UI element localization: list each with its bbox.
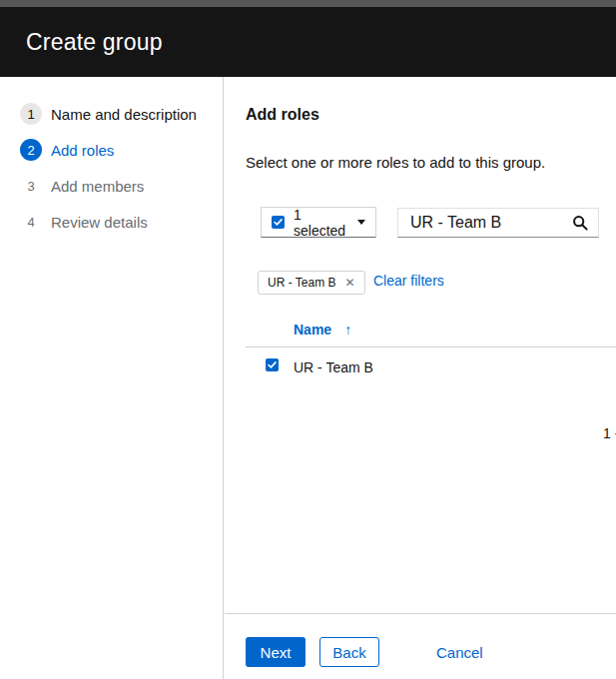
- table-column-header-name[interactable]: Name ↑: [294, 322, 351, 338]
- column-label: Name: [294, 322, 331, 338]
- wizard-header: Create group: [0, 7, 616, 77]
- search-input[interactable]: [398, 214, 572, 232]
- step-label: Add roles: [51, 142, 114, 159]
- roles-filter-search: [397, 208, 599, 238]
- row-select-checkbox[interactable]: [266, 358, 279, 371]
- wizard-step-add-members[interactable]: 3 Add members: [0, 168, 223, 204]
- step-number-badge: 1: [20, 103, 42, 125]
- sort-ascending-icon: ↑: [344, 322, 351, 338]
- step-number-badge: 3: [20, 175, 42, 197]
- filter-chip-label: UR - Team B: [268, 276, 335, 290]
- search-button[interactable]: [572, 215, 598, 231]
- chevron-down-icon: [357, 220, 365, 225]
- wizard-step-nav: 1 Name and description 2 Add roles 3 Add…: [0, 77, 224, 679]
- check-icon: [268, 361, 277, 368]
- role-row-name: UR - Team B: [294, 359, 373, 375]
- bulk-select-label: 1 selected: [294, 207, 348, 239]
- wizard-title: Create group: [26, 29, 163, 56]
- wizard-step-add-roles[interactable]: 2 Add roles: [0, 132, 223, 168]
- page-description: Select one or more roles to add to this …: [246, 154, 545, 171]
- wizard-step-name-and-description[interactable]: 1 Name and description: [0, 96, 223, 132]
- next-button[interactable]: Next: [246, 637, 306, 667]
- check-icon: [274, 219, 283, 226]
- step-label: Name and description: [51, 106, 197, 123]
- create-group-wizard: Create group 1 Name and description 2 Ad…: [0, 0, 616, 679]
- chip-remove-icon[interactable]: ✕: [344, 277, 354, 289]
- pagination-summary: 1 -: [603, 425, 616, 441]
- step-number-badge: 4: [20, 211, 42, 233]
- cancel-button[interactable]: Cancel: [436, 637, 483, 667]
- clear-filters-link[interactable]: Clear filters: [373, 273, 444, 289]
- page-top-strip: [0, 0, 616, 7]
- step-label: Review details: [51, 214, 148, 231]
- bulk-select-checkbox[interactable]: [272, 216, 285, 229]
- step-label: Add members: [51, 178, 144, 195]
- wizard-step-review-details[interactable]: 4 Review details: [0, 204, 223, 240]
- wizard-footer: Next Back Cancel: [225, 613, 616, 679]
- step-number-badge: 2: [20, 139, 42, 161]
- filter-chip: UR - Team B ✕: [258, 271, 365, 295]
- bulk-select-dropdown[interactable]: 1 selected: [261, 207, 376, 238]
- back-button[interactable]: Back: [319, 637, 379, 667]
- page-title: Add roles: [246, 106, 319, 124]
- table-header-divider: [246, 346, 616, 347]
- search-icon: [572, 215, 588, 231]
